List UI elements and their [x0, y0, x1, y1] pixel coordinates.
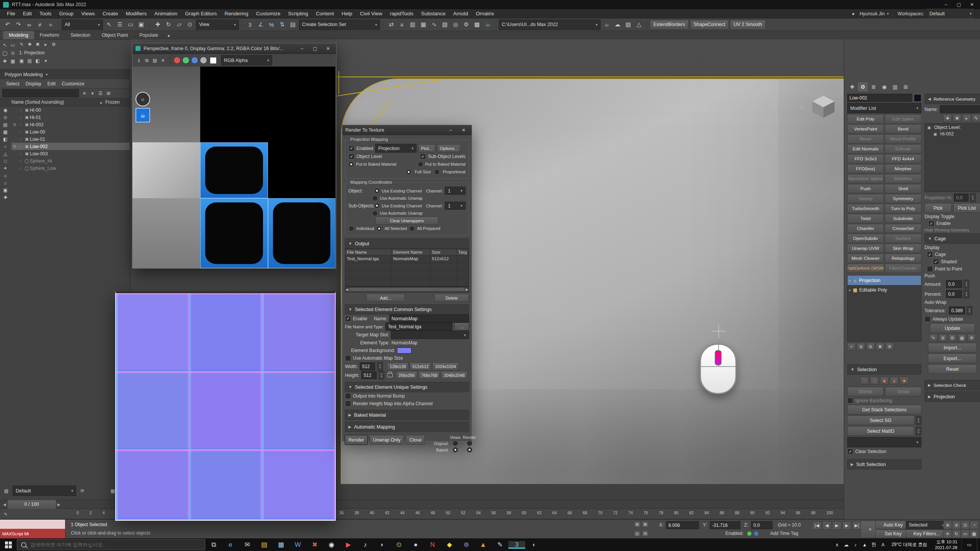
project-folder-dropdown[interactable]: C:\Users\UI...ds Max 2022▾ [499, 20, 601, 30]
explorer-tool-icon-2[interactable]: ⊙ [2, 114, 10, 121]
render-iterative-icon[interactable]: ☕ [601, 20, 612, 29]
render-setup-icon[interactable]: ⚙ [461, 20, 472, 29]
reference-arrow-icon[interactable]: ▸ [962, 114, 971, 122]
taskbar-word-icon[interactable]: W [289, 541, 306, 549]
modifier-button[interactable]: Turn to Poly [885, 204, 921, 213]
modifier-button[interactable]: PathDeform (WSM) [847, 264, 884, 273]
select-and-move-icon[interactable]: ✚ [152, 20, 163, 29]
redo-icon[interactable]: ↷ [13, 20, 24, 29]
go-to-start-icon[interactable]: |◀ [812, 521, 822, 530]
soft-selection-rollout-header[interactable]: ▶Soft Selection [847, 459, 921, 469]
subobj-channel-dropdown[interactable]: 1▾ [445, 202, 466, 210]
previous-frame-icon[interactable]: ◀ [822, 521, 831, 530]
modifier-button[interactable]: Skin Wrap [885, 244, 921, 253]
object-channel-dropdown[interactable]: 1▾ [445, 187, 466, 195]
explorer-menu-item[interactable]: Customize [59, 81, 87, 86]
ribbon-side-icon-5[interactable]: ✚ [1, 57, 9, 65]
taskbar-notepad-icon[interactable]: ✎ [492, 541, 508, 549]
individual-radio[interactable] [348, 226, 354, 231]
taskbar-mail-icon[interactable]: ✉ [239, 541, 256, 549]
modifier-button[interactable]: MultiRes [885, 174, 921, 183]
border-icon[interactable]: ◈ [880, 377, 889, 385]
output-add-button[interactable]: Add... [366, 294, 405, 302]
element-unique-rollout-header[interactable]: ▼Selected Element Unique Settings [345, 382, 469, 392]
eye-icon[interactable]: ⊙ [11, 144, 18, 148]
ribbon-tab[interactable]: Modeling [3, 31, 34, 39]
modifier-button[interactable]: Mesh Cleaner [847, 254, 884, 263]
create-tab-icon[interactable]: ✚ [847, 82, 857, 91]
render-production-icon[interactable]: ☕ [482, 20, 493, 29]
Hi-00[interactable]: ⊙ ◌ ▣ Hi-00 · [11, 106, 130, 114]
tray-onedrive-icon[interactable]: ☁ [842, 542, 851, 548]
proportional-radio[interactable] [434, 169, 440, 175]
menu-item[interactable]: Group [56, 9, 78, 18]
object-auto-unwrap-radio[interactable] [372, 196, 378, 201]
object-name-field[interactable] [847, 94, 912, 102]
all-selected-radio[interactable] [376, 226, 382, 231]
element-icon[interactable]: ■ [900, 377, 908, 385]
projection-edit-icon[interactable]: ✎ [18, 41, 26, 48]
explorer-tool-icon-8[interactable]: □ [2, 157, 10, 165]
menu-item[interactable]: Graph Editors [181, 9, 220, 18]
object-use-existing-radio[interactable] [374, 188, 380, 194]
explorer-tool-icon-9[interactable]: ✶ [2, 165, 10, 172]
reference-geometry-list[interactable]: ▣ Object Level: ▣ Hi-002 [924, 123, 980, 192]
explorer-tool-icon-7[interactable]: △ [2, 150, 10, 157]
object-level-checkbox[interactable] [348, 153, 354, 160]
taskbar-vlc-icon[interactable]: ▲ [475, 541, 492, 549]
render-gpu-icon[interactable]: ▨ [623, 20, 634, 29]
taskbar-music-icon[interactable]: ♪ [357, 541, 374, 549]
modifier-button[interactable]: Edit Spline [885, 114, 921, 124]
add-time-tag[interactable]: Add Time Tag [770, 531, 798, 536]
file-name-field[interactable] [385, 323, 452, 331]
clear-rendered-frame-icon[interactable]: ✕ [159, 57, 167, 64]
search-filter-icon[interactable]: ▾ [88, 90, 96, 97]
expand-arrow-icon[interactable]: ▸ [849, 278, 851, 282]
key-selection-dropdown[interactable]: Selected▾ [906, 521, 947, 529]
make-unique-icon[interactable]: ⧉ [866, 343, 875, 350]
modifier-button[interactable]: Subdivide [885, 214, 921, 223]
percent-field[interactable]: 0.0 [946, 290, 962, 298]
modifier-stack-item[interactable]: ▸ ☼ Projection [848, 276, 921, 285]
width-spinner[interactable] [377, 362, 383, 371]
element-enable-checkbox[interactable] [345, 316, 351, 322]
modifier-button[interactable]: FFD(box) [847, 164, 884, 173]
ribbon-tab[interactable]: Populate [134, 31, 164, 39]
viewcube[interactable] [812, 96, 835, 118]
menu-item[interactable]: Civil View [356, 9, 386, 18]
auto-map-size-checkbox[interactable] [345, 355, 351, 361]
Low-01[interactable]: ⊙ ◌ ▣ Low-01 · [11, 135, 130, 143]
zoom-icon[interactable]: ⊕ [943, 521, 952, 529]
x-coordinate-field[interactable] [666, 521, 699, 529]
zoom-all-icon[interactable]: ⊚ [952, 521, 961, 529]
target-map-slot-dropdown[interactable]: ▾ [391, 331, 469, 339]
ribbon-tab[interactable]: Object Paint [96, 31, 134, 39]
reset-button[interactable]: Reset [928, 364, 977, 374]
modifier-button[interactable]: FFD 3x3x3 [847, 154, 884, 163]
taskbar-whale-icon[interactable]: ◗ [374, 541, 390, 549]
mirror-icon[interactable]: ⇄ [386, 20, 397, 29]
reference-geometry-rollout-header[interactable]: ◀ Reference Geometry [924, 94, 980, 104]
next-frame-icon[interactable]: ▶ [842, 521, 851, 530]
scroll-left-icon[interactable]: ◀ [345, 287, 348, 292]
taskbar-github-icon[interactable]: ● [407, 541, 424, 549]
output-table-scrollbar[interactable]: ◀ ▶ [345, 287, 469, 292]
put-to-baked-right-radio[interactable] [418, 161, 423, 167]
rtt-enabled-checkbox[interactable] [348, 145, 354, 152]
selection-set-dropdown[interactable]: Create Selection Set▾ [299, 20, 380, 30]
select-by-name-icon[interactable]: ☰ [114, 20, 125, 29]
export-button[interactable]: Export... [928, 354, 977, 363]
explorer-menu-item[interactable]: Select [3, 81, 23, 86]
configure-modifier-sets-icon[interactable]: ⚙ [885, 343, 894, 350]
minimize-window-icon[interactable]: – [297, 45, 307, 52]
projection-remove-icon[interactable]: ✖ [34, 41, 42, 48]
field-of-view-icon[interactable]: ◔ [970, 521, 978, 529]
maximize-window-icon[interactable]: ▢ [310, 45, 320, 52]
explorer-settings-icon[interactable]: ⊞ [105, 90, 113, 97]
rtt-titlebar[interactable]: Render To Texture – ✕ [342, 125, 472, 135]
toolbar-misc-icon[interactable]: △ [634, 20, 644, 29]
go-to-end-icon[interactable]: ▶| [852, 521, 861, 530]
Sphere_Hi[interactable]: ⊙ ◌ ◯ Sphere_Hi · [11, 157, 130, 165]
channel-display-dropdown[interactable]: RGB Alpha ▾ [221, 55, 272, 65]
taskbar-substance-icon[interactable]: ◖ [525, 541, 542, 549]
